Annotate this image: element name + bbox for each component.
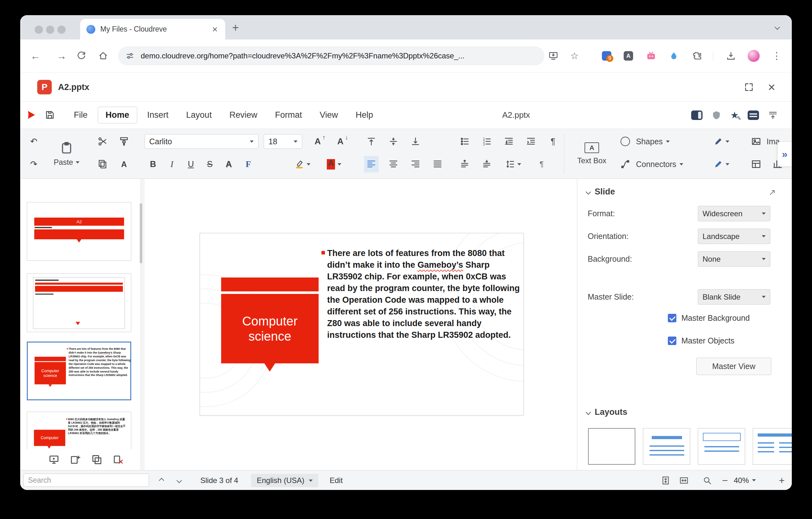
align-center-button[interactable] bbox=[386, 156, 401, 172]
highlighter-draw-button[interactable] bbox=[710, 156, 733, 172]
underline-button[interactable]: U bbox=[183, 156, 198, 172]
delete-slide-button[interactable] bbox=[111, 452, 125, 468]
copy-button[interactable] bbox=[95, 156, 110, 172]
redo-button[interactable]: ↷ bbox=[27, 156, 41, 172]
slide-thumbnail-3-selected[interactable]: Computer science There are lots of featu… bbox=[27, 342, 131, 400]
decrease-indent-button[interactable] bbox=[501, 133, 516, 149]
thumbnail-scrollbar-thumb[interactable] bbox=[140, 203, 142, 263]
slide-thumbnail-2[interactable] bbox=[27, 273, 131, 332]
slide-title-shape[interactable]: Computer science bbox=[221, 294, 319, 363]
tab-search-button[interactable] bbox=[775, 25, 779, 30]
back-button[interactable]: ← bbox=[28, 49, 42, 63]
window-close-button[interactable] bbox=[35, 26, 43, 34]
actual-size-button[interactable] bbox=[702, 475, 713, 486]
extension-4-button[interactable] bbox=[667, 49, 681, 63]
interface-theme-icon[interactable] bbox=[691, 110, 702, 120]
keyboard-shortcuts-icon[interactable] bbox=[748, 110, 759, 120]
align-middle-button[interactable] bbox=[386, 133, 401, 149]
shield-icon[interactable] bbox=[712, 110, 722, 120]
next-slide-button[interactable] bbox=[174, 475, 185, 486]
layout-option-section-header[interactable] bbox=[698, 428, 745, 465]
menu-home[interactable]: Home bbox=[98, 107, 137, 124]
save-button[interactable] bbox=[43, 108, 57, 122]
url-bar[interactable]: demo.cloudreve.org/home?path=cloudreve%3… bbox=[118, 47, 545, 65]
downloads-button[interactable] bbox=[724, 49, 738, 63]
italic-button[interactable]: I bbox=[165, 156, 179, 172]
layout-option-title-content[interactable] bbox=[643, 428, 690, 465]
pen-draw-button[interactable] bbox=[710, 133, 733, 149]
text-box-button[interactable]: Text Box bbox=[570, 133, 614, 175]
slide-section-header[interactable]: Slide bbox=[586, 187, 615, 197]
bullet-list-button[interactable] bbox=[457, 133, 472, 149]
align-justify-button[interactable] bbox=[430, 156, 445, 172]
paragraph-settings-button[interactable]: ¶ bbox=[534, 156, 549, 172]
viewer-close-button[interactable]: × bbox=[765, 80, 779, 94]
browser-tab[interactable]: My Files - Cloudreve × bbox=[80, 19, 225, 39]
connectors-icon-button[interactable] bbox=[618, 156, 633, 172]
strikethrough-button[interactable]: S bbox=[203, 156, 217, 172]
orientation-select[interactable]: Landscape bbox=[698, 228, 771, 244]
layouts-section-header[interactable]: Layouts bbox=[586, 407, 628, 417]
font-color-button[interactable] bbox=[323, 156, 345, 172]
layout-option-blank[interactable] bbox=[588, 428, 635, 465]
master-objects-checkbox[interactable] bbox=[668, 336, 676, 345]
undo-button[interactable]: ↶ bbox=[27, 133, 41, 149]
menu-review[interactable]: Review bbox=[222, 107, 265, 123]
profile-button[interactable] bbox=[747, 49, 761, 63]
cut-button[interactable] bbox=[95, 133, 110, 149]
edit-mode-label[interactable]: Edit bbox=[330, 470, 343, 490]
menu-file[interactable]: File bbox=[66, 107, 95, 123]
duplicate-slide-button[interactable] bbox=[90, 452, 104, 468]
shapes-icon-button[interactable] bbox=[618, 133, 633, 149]
extension-2-button[interactable]: A bbox=[621, 49, 635, 63]
window-zoom-button[interactable] bbox=[57, 26, 66, 34]
add-slide-button[interactable] bbox=[68, 452, 83, 468]
previous-slide-button[interactable] bbox=[156, 475, 167, 486]
slide-sheet[interactable]: Computer science There are lots of featu… bbox=[200, 233, 524, 415]
font-style-button[interactable]: F bbox=[241, 156, 256, 172]
decrease-font-button[interactable]: A↓ bbox=[333, 133, 348, 149]
thumbnail-scrollbar-track[interactable] bbox=[140, 179, 143, 470]
zoom-out-button[interactable]: − bbox=[719, 475, 731, 486]
forward-button[interactable]: → bbox=[55, 49, 68, 63]
image-placeholder-button[interactable] bbox=[749, 156, 763, 172]
menu-insert[interactable]: Insert bbox=[140, 107, 176, 123]
language-select[interactable]: English (USA) bbox=[251, 474, 318, 487]
window-minimize-button[interactable] bbox=[46, 26, 54, 34]
toolbar-overflow-button[interactable]: » bbox=[777, 141, 792, 167]
paste-button[interactable]: Paste bbox=[48, 133, 85, 175]
line-spacing-button[interactable] bbox=[501, 156, 525, 172]
image-button[interactable] bbox=[749, 133, 763, 149]
site-settings-icon[interactable] bbox=[125, 51, 135, 60]
copy-style-button[interactable] bbox=[117, 133, 131, 149]
align-top-button[interactable] bbox=[364, 133, 379, 149]
search-input[interactable] bbox=[23, 473, 149, 487]
new-tab-button[interactable]: + bbox=[232, 22, 239, 33]
align-left-button[interactable] bbox=[364, 156, 379, 172]
master-view-button[interactable]: Master View bbox=[696, 358, 771, 375]
align-bottom-button[interactable] bbox=[408, 133, 423, 149]
menu-help[interactable]: Help bbox=[348, 107, 381, 123]
slide-thumbnail-1[interactable]: A2 bbox=[27, 202, 131, 261]
start-slideshow-button[interactable] bbox=[47, 452, 61, 468]
fit-page-button[interactable] bbox=[660, 475, 671, 486]
format-select[interactable]: Widescreen bbox=[698, 206, 771, 221]
zoom-in-button[interactable]: + bbox=[776, 475, 787, 486]
master-background-checkbox[interactable] bbox=[668, 314, 676, 322]
collapse-toolbar-icon[interactable] bbox=[768, 110, 778, 120]
increase-indent-button[interactable] bbox=[524, 133, 538, 149]
slide-canvas[interactable]: Computer science There are lots of featu… bbox=[144, 179, 577, 470]
increase-font-button[interactable]: A↑ bbox=[311, 133, 325, 149]
highlight-color-button[interactable] bbox=[291, 156, 314, 172]
font-size-select[interactable]: 18 bbox=[264, 134, 302, 149]
menu-view[interactable]: View bbox=[312, 107, 345, 123]
extensions-menu-button[interactable] bbox=[690, 49, 704, 63]
paragraph-space-increase-button[interactable] bbox=[457, 156, 472, 172]
layout-option-two-content[interactable] bbox=[753, 428, 792, 465]
viewer-expand-button[interactable] bbox=[742, 80, 756, 94]
slide-title-top-bar[interactable] bbox=[221, 277, 319, 291]
menu-layout[interactable]: Layout bbox=[178, 107, 219, 123]
editor-logo-button[interactable] bbox=[24, 108, 38, 122]
extension-1-button[interactable]: 9 bbox=[600, 49, 614, 63]
insert-paragraph-mark-button[interactable]: ¶ bbox=[546, 133, 560, 149]
